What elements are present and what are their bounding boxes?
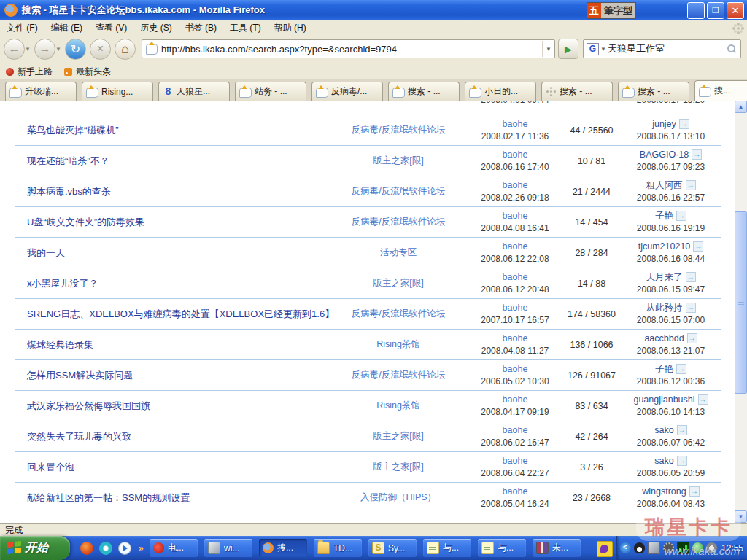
browser-tab[interactable]: 小日的... [465, 82, 536, 101]
topic-title-link[interactable]: 怎样用SSM解决实际问题 [27, 369, 133, 382]
forum-link[interactable]: 版主之家[限] [373, 155, 423, 167]
topic-title-link[interactable]: 脚本病毒.vbs的查杀 [27, 185, 111, 198]
last-poster-link[interactable]: 天月来了 [646, 271, 683, 284]
last-poster-link[interactable]: 子艳 [655, 363, 673, 376]
goto-last-post-icon[interactable]: → [698, 394, 708, 405]
author-link[interactable]: baohe [503, 363, 528, 376]
close-button[interactable]: ✕ [727, 2, 744, 19]
taskbar-window-button[interactable]: 未... [533, 539, 581, 557]
taskbar-window-button[interactable]: 与... [423, 539, 471, 557]
topic-title-link[interactable]: 我的一天 [27, 246, 65, 260]
topic-title-link[interactable]: 突然失去了玩儿毒的兴致 [27, 430, 131, 443]
author-link[interactable]: baohe [503, 394, 528, 406]
last-poster-link[interactable]: sako [654, 424, 673, 437]
last-poster-link[interactable]: 粗人阿西 [646, 179, 683, 192]
tray-hide-icons-icon[interactable] [620, 542, 631, 553]
restore-button[interactable]: ❐ [707, 2, 724, 19]
taskbar-window-button[interactable]: wi... [204, 539, 252, 557]
topic-title-link[interactable]: 武汉家乐福公然侮辱我国国旗 [27, 400, 150, 413]
forum-link[interactable]: 活动专区 [380, 246, 417, 259]
url-history-dropdown[interactable]: ▼ [542, 41, 554, 57]
last-poster-link[interactable]: junjey [652, 118, 676, 131]
topic-title-link[interactable]: U盘“歧义文件夹”的防毒效果 [27, 216, 144, 229]
menu-item[interactable]: 查看 (V) [89, 20, 133, 35]
goto-last-post-icon[interactable]: → [693, 241, 703, 252]
goto-last-post-icon[interactable]: → [676, 364, 686, 374]
menu-item[interactable]: 工具 (T) [223, 20, 268, 35]
author-link[interactable]: baohe [503, 118, 528, 131]
quicklaunch-browser-icon[interactable] [80, 542, 93, 555]
menu-item[interactable]: 书签 (B) [179, 20, 223, 35]
topic-title-link[interactable]: SRENG日志、XDELBOX与难缠病毒的处置【XDELBOX已经更新到1.6】 [27, 308, 329, 321]
vertical-scrollbar[interactable]: ▲ ▼ [735, 101, 747, 523]
author-link[interactable]: baohe [503, 486, 528, 498]
forum-link[interactable]: Rising茶馆 [376, 400, 420, 412]
forward-button[interactable]: → [34, 39, 55, 60]
browser-tab[interactable]: 反病毒/... [311, 82, 383, 101]
last-poster-link[interactable]: BAGGIO·18 [640, 149, 689, 161]
goto-last-post-icon[interactable]: → [687, 333, 697, 343]
author-link[interactable]: baohe [503, 455, 528, 467]
goto-last-post-icon[interactable]: → [676, 211, 686, 221]
author-link[interactable]: baohe [503, 332, 528, 345]
browser-tab[interactable]: 升级瑞... [5, 82, 77, 101]
goto-last-post-icon[interactable]: → [677, 425, 687, 435]
author-link[interactable]: baohe [503, 241, 528, 253]
topic-title-link[interactable]: 煤球经典语录集 [27, 338, 93, 351]
quicklaunch-overflow-chevron[interactable]: » [139, 543, 142, 553]
topic-title-link[interactable]: 回来冒个泡 [27, 461, 74, 474]
go-button[interactable]: ▶ [558, 39, 578, 59]
author-link[interactable]: baohe [503, 210, 528, 222]
browser-tab[interactable]: 搜索 - ... [618, 82, 689, 101]
home-button[interactable]: ⌂ [115, 39, 136, 60]
goto-last-post-icon[interactable]: → [692, 149, 702, 160]
forum-link[interactable]: 反病毒/反流氓软件论坛 [352, 185, 445, 198]
last-poster-link[interactable]: guangjianbushi [633, 394, 694, 406]
url-input[interactable]: http://bbs.ikaka.com/search.aspx?type=&s… [161, 44, 542, 55]
goto-last-post-icon[interactable]: → [679, 119, 689, 129]
topic-title-link[interactable]: 献给新社区的第一帖：SSM的规则设置 [27, 491, 190, 505]
browser-tab[interactable]: 搜索 - ... [541, 82, 613, 101]
taskbar-window-button[interactable]: TD... [314, 539, 362, 557]
engine-dropdown-icon[interactable]: ▼ [600, 46, 608, 52]
goto-last-post-icon[interactable]: → [686, 303, 696, 313]
start-button[interactable]: 开始 [0, 536, 70, 560]
quicklaunch-messenger-icon[interactable] [99, 542, 112, 555]
bookmark-item[interactable]: 新手上路 [0, 66, 58, 78]
minimize-button[interactable]: _ [687, 2, 705, 19]
taskbar-window-button[interactable]: 与... [478, 539, 526, 557]
author-link[interactable]: baohe [503, 302, 528, 314]
search-bar[interactable]: G ▼ 天狼星工作室 [583, 39, 741, 58]
last-poster-link[interactable]: wingstrong [642, 486, 686, 498]
browser-tab[interactable]: 站务 - ... [235, 82, 306, 101]
topic-title-link[interactable]: x小黑屋儿没了？ [27, 277, 98, 290]
goto-last-post-icon[interactable]: → [677, 456, 687, 466]
author-link[interactable]: baohe [503, 271, 528, 284]
forum-link[interactable]: 反病毒/反流氓软件论坛 [352, 369, 445, 381]
tray-qq-icon[interactable] [634, 542, 645, 553]
last-poster-link[interactable]: 从此矜持 [646, 302, 683, 314]
last-poster-link[interactable]: sako [654, 455, 673, 467]
browser-tab[interactable]: Rising... [82, 82, 153, 101]
stop-button[interactable]: × [90, 39, 111, 60]
author-link[interactable]: baohe [503, 424, 528, 437]
ime-tray-icon[interactable] [597, 541, 613, 557]
goto-last-post-icon[interactable]: → [686, 272, 696, 282]
last-poster-link[interactable]: tjcum210210 [638, 241, 691, 253]
forward-dropdown-icon[interactable]: ▼ [55, 39, 61, 59]
forum-link[interactable]: 入侵防御（HIPS） [360, 491, 436, 504]
author-link[interactable]: baohe [503, 179, 528, 192]
forum-link[interactable]: 版主之家[限] [373, 277, 423, 289]
forum-link[interactable]: 反病毒/反流氓软件论坛 [352, 216, 445, 228]
search-magnifier-icon[interactable] [727, 44, 736, 53]
bookmark-item[interactable]: 最新头条 [58, 66, 117, 78]
quicklaunch-mediaplayer-icon[interactable] [118, 542, 131, 555]
browser-tab[interactable]: 搜... [694, 80, 747, 101]
menu-item[interactable]: 帮助 (H) [268, 20, 313, 35]
google-engine-icon[interactable]: G [587, 43, 599, 55]
menu-item[interactable]: 编辑 (E) [44, 20, 89, 35]
menu-item[interactable]: 历史 (S) [133, 20, 178, 35]
reload-button[interactable]: ↻ [65, 39, 86, 60]
taskbar-window-button[interactable]: 电... [150, 539, 198, 557]
url-bar[interactable]: http://bbs.ikaka.com/search.aspx?type=&s… [142, 39, 555, 58]
